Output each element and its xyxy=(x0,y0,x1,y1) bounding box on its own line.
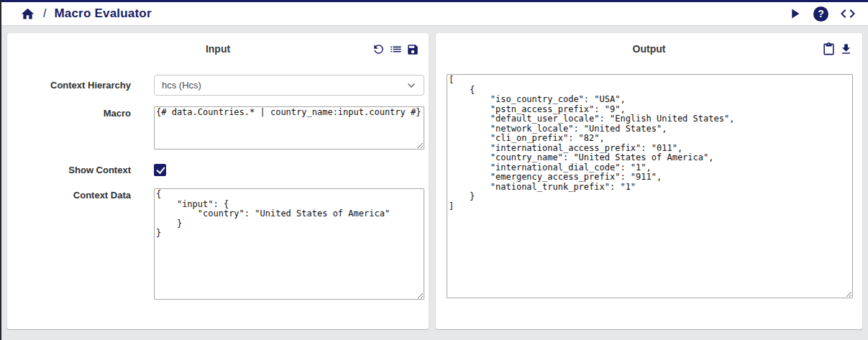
breadcrumb-separator: / xyxy=(43,7,46,20)
output-textarea[interactable]: [ { "iso_country_code": "USA", "pstn_acc… xyxy=(447,74,853,298)
code-button[interactable] xyxy=(839,5,856,22)
download-button[interactable] xyxy=(839,42,853,56)
restore-button[interactable] xyxy=(372,42,385,56)
header-bar: / Macro Evaluator ? xyxy=(1,2,868,26)
download-icon xyxy=(839,42,853,56)
output-panel-actions xyxy=(822,42,853,56)
main-content: Input xyxy=(1,26,868,329)
clipboard-icon xyxy=(822,42,836,56)
help-icon: ? xyxy=(813,6,828,22)
save-button[interactable] xyxy=(406,43,419,56)
show-context-label: Show Context xyxy=(7,164,154,175)
play-icon xyxy=(787,6,803,22)
field-context-data: Context Data { "input": { "country": "Un… xyxy=(7,188,429,300)
show-context-checkbox[interactable] xyxy=(154,164,166,176)
save-icon xyxy=(406,43,419,56)
output-panel-header: Output xyxy=(436,33,862,65)
help-button[interactable]: ? xyxy=(813,6,828,22)
field-context-hierarchy: Context Hierarchy hcs (Hcs) xyxy=(7,75,429,96)
list-icon xyxy=(389,42,403,56)
field-show-context: Show Context xyxy=(7,164,429,179)
copy-button[interactable] xyxy=(822,42,836,56)
home-icon xyxy=(20,6,35,22)
run-button[interactable] xyxy=(787,6,803,22)
context-hierarchy-value: hcs (Hcs) xyxy=(162,80,406,91)
input-panel-header: Input xyxy=(7,33,429,65)
input-panel-title: Input xyxy=(206,43,230,55)
output-panel-title: Output xyxy=(633,43,666,55)
context-data-label: Context Data xyxy=(7,188,154,201)
field-macro: Macro {# data.Countries.* | country_name… xyxy=(7,106,429,150)
input-panel-actions xyxy=(372,42,419,56)
input-panel: Input xyxy=(7,33,429,329)
header-actions: ? xyxy=(787,5,856,22)
context-data-textarea[interactable]: { "input": { "country": "United States o… xyxy=(154,188,424,300)
home-button[interactable] xyxy=(20,6,35,22)
app-frame: / Macro Evaluator ? Input xyxy=(1,0,868,329)
list-button[interactable] xyxy=(389,42,403,56)
context-hierarchy-label: Context Hierarchy xyxy=(7,75,154,91)
code-icon xyxy=(839,5,856,22)
output-panel: Output [ { "iso_country_code": xyxy=(436,33,862,329)
context-hierarchy-select[interactable]: hcs (Hcs) xyxy=(154,75,424,96)
chevron-down-icon xyxy=(406,80,417,91)
breadcrumb: / Macro Evaluator xyxy=(20,6,787,22)
page-title: Macro Evaluator xyxy=(54,6,151,21)
input-form: Context Hierarchy hcs (Hcs) Macro {# da xyxy=(7,65,429,300)
macro-label: Macro xyxy=(7,106,154,119)
restore-icon xyxy=(372,42,385,56)
macro-textarea[interactable]: {# data.Countries.* | country_name:input… xyxy=(154,106,424,150)
